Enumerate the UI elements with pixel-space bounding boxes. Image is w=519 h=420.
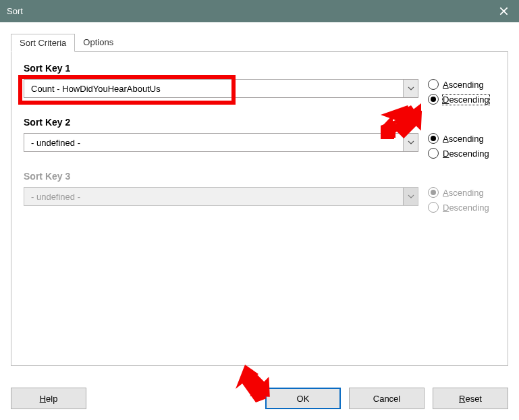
key2-ascending-radio[interactable]: Ascending <box>428 133 495 144</box>
ascending-label: Ascending <box>443 188 484 198</box>
cancel-button[interactable]: Cancel <box>349 388 425 409</box>
radio-icon <box>428 94 439 105</box>
tab-options[interactable]: Options <box>74 33 122 51</box>
title-bar: Sort <box>0 0 519 22</box>
help-button[interactable]: Help <box>11 388 86 409</box>
close-icon <box>499 7 508 16</box>
ascending-label: Ascending <box>443 80 484 90</box>
sort-key-1: Sort Key 1 Count - HowDidYouHearAboutUs … <box>24 63 495 105</box>
key1-descending-radio[interactable]: Descending <box>428 94 495 105</box>
sort-key-3-dropdown: - undefined - <box>24 187 418 206</box>
sort-key-1-value: Count - HowDidYouHearAboutUs <box>24 80 403 97</box>
ok-button[interactable]: OK <box>265 388 341 409</box>
descending-label: Descending <box>443 95 489 105</box>
descending-label: Descending <box>443 149 489 159</box>
close-button[interactable] <box>488 0 519 22</box>
sort-key-2-dropdown[interactable]: - undefined - <box>24 133 418 152</box>
radio-icon <box>428 133 439 144</box>
key2-descending-radio[interactable]: Descending <box>428 148 495 159</box>
sort-key-1-label: Sort Key 1 <box>24 63 495 74</box>
tab-sort-criteria[interactable]: Sort Criteria <box>11 34 75 52</box>
sort-key-3: Sort Key 3 - undefined - Ascending Des <box>24 171 495 213</box>
radio-icon <box>428 187 439 198</box>
key3-descending-radio: Descending <box>428 202 495 213</box>
sort-key-3-label: Sort Key 3 <box>24 171 495 182</box>
reset-button[interactable]: Reset <box>433 388 508 409</box>
sort-key-2-value: - undefined - <box>24 134 403 151</box>
radio-icon <box>428 79 439 90</box>
chevron-down-icon <box>403 134 418 151</box>
sort-key-3-value: - undefined - <box>24 188 403 205</box>
radio-icon <box>428 202 439 213</box>
radio-icon <box>428 148 439 159</box>
chevron-down-icon <box>403 188 418 205</box>
chevron-down-icon <box>403 80 418 97</box>
ascending-label: Ascending <box>443 134 484 144</box>
sort-key-2-label: Sort Key 2 <box>24 117 495 128</box>
sort-key-2: Sort Key 2 - undefined - Ascending Des <box>24 117 495 159</box>
button-bar: Help OK Cancel Reset <box>11 388 508 409</box>
window-title: Sort <box>7 6 23 16</box>
tab-bar: Sort Criteria Options <box>11 33 508 52</box>
tab-content: Sort Key 1 Count - HowDidYouHearAboutUs … <box>11 52 508 366</box>
descending-label: Descending <box>443 203 489 213</box>
key3-ascending-radio: Ascending <box>428 187 495 198</box>
sort-key-1-dropdown[interactable]: Count - HowDidYouHearAboutUs <box>24 79 418 98</box>
key1-ascending-radio[interactable]: Ascending <box>428 79 495 90</box>
